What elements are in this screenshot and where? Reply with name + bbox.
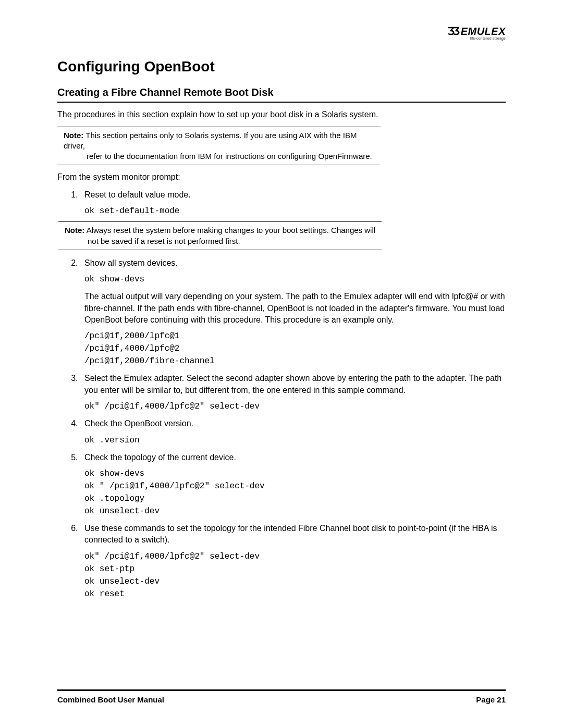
- step-1-code: ok set-default-mode: [84, 205, 506, 217]
- page-title: Configuring OpenBoot: [57, 58, 506, 75]
- logo-brand-text: EMULEX: [461, 26, 506, 37]
- note-reset: Note: Always reset the system before mak…: [58, 221, 382, 250]
- step-6-code: ok" /pci@1f,4000/lpfc@2" select-dev ok s…: [84, 550, 506, 600]
- note2-line2: not be saved if a reset is not performed…: [65, 236, 377, 246]
- brand-logo: ƸƸEMULEX life-centered storage: [449, 25, 506, 40]
- note-solaris: Note: This section pertains only to Sola…: [57, 127, 381, 166]
- step-4-code: ok .version: [84, 434, 506, 447]
- page-footer: Combined Boot User Manual Page 21: [57, 689, 506, 704]
- logo-area: ƸƸEMULEX life-centered storage: [57, 25, 506, 42]
- note-label: Note:: [65, 226, 84, 235]
- step-6-text: Use these commands to set the topology f…: [84, 523, 506, 546]
- step-3-text: Select the Emulex adapter. Select the se…: [84, 373, 506, 396]
- note2-line1: Always reset the system before making ch…: [84, 226, 375, 235]
- step-5-code: ok show-devs ok " /pci@1f,4000/lpfc@2" s…: [84, 467, 506, 517]
- footer-right: Page 21: [476, 695, 506, 704]
- note-label: Note:: [64, 131, 83, 140]
- step-2-code2: /pci@1f,2000/lpfc@1 /pci@1f,4000/lpfc@2 …: [84, 330, 506, 367]
- footer-left: Combined Boot User Manual: [57, 695, 164, 704]
- section-heading: Creating a Fibre Channel Remote Boot Dis…: [57, 87, 506, 103]
- step-3-code: ok" /pci@1f,4000/lpfc@2" select-dev: [84, 400, 506, 413]
- step-1-text: Reset to default value mode.: [84, 189, 506, 201]
- step-4: Check the OpenBoot version. ok .version: [80, 418, 506, 446]
- intro-paragraph: The procedures in this section explain h…: [57, 109, 506, 120]
- step-5-text: Check the topology of the current device…: [84, 452, 506, 463]
- note-text-line1: This section pertains only to Solaris sy…: [64, 131, 357, 150]
- step-1: Reset to default value mode. ok set-defa…: [80, 189, 506, 250]
- logo-icon: ƸƸ: [449, 25, 460, 38]
- step-2-text: Show all system devices.: [84, 257, 506, 269]
- step-2: Show all system devices. ok show-devs Th…: [80, 257, 506, 368]
- step-2-code1: ok show-devs: [84, 273, 506, 286]
- step-5: Check the topology of the current device…: [80, 452, 506, 517]
- note-text-line2: refer to the documentation from IBM for …: [64, 151, 376, 162]
- steps-list: Reset to default value mode. ok set-defa…: [70, 189, 506, 600]
- step-3: Select the Emulex adapter. Select the se…: [80, 373, 506, 413]
- prompt-intro: From the system monitor prompt:: [57, 171, 506, 183]
- step-6: Use these commands to set the topology f…: [80, 523, 506, 600]
- step-4-text: Check the OpenBoot version.: [84, 418, 506, 429]
- step-2-para: The actual output will vary depending on…: [84, 291, 506, 326]
